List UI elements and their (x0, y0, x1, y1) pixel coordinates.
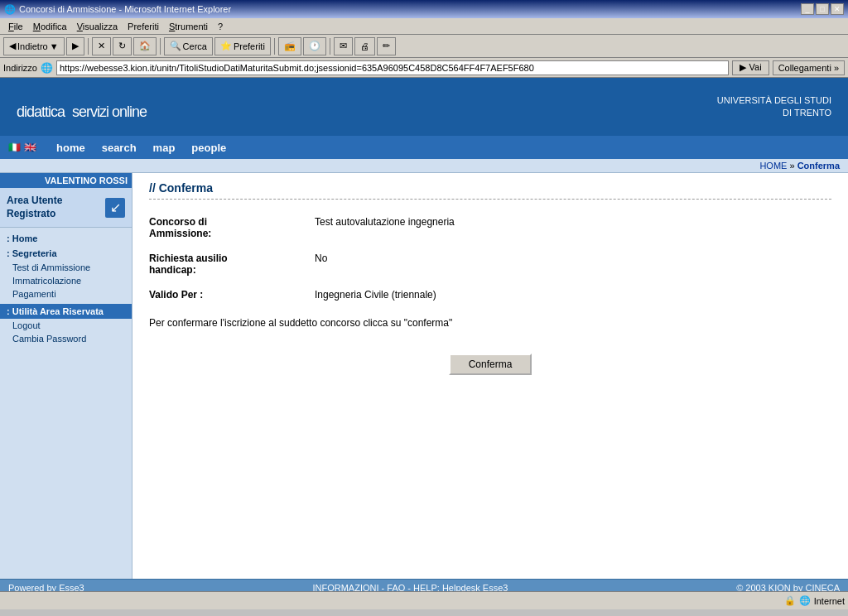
ie-logo: 🌐 (4, 4, 16, 15)
site-logo: didattica servizi online (0, 89, 147, 124)
footer-right: © 2003 KION by CINECA (736, 583, 840, 591)
label-handicap: Richiesta ausiliohandicap: (149, 253, 315, 276)
back-dropdown-icon[interactable]: ▼ (50, 41, 59, 51)
nav-people[interactable]: people (191, 142, 226, 154)
home-button[interactable]: 🏠 (133, 37, 157, 55)
separator-1 (88, 38, 89, 55)
helpdesk-link[interactable]: Helpdesk Esse3 (442, 583, 508, 591)
nav-map[interactable]: map (153, 142, 176, 154)
search-area: 🔍 Cerca (164, 37, 213, 55)
separator-4 (330, 38, 330, 55)
menu-file[interactable]: File (3, 20, 28, 33)
main-content: // Conferma Concorso diAmmissione: Test … (132, 173, 848, 579)
sidebar-item-logout[interactable]: Logout (0, 319, 132, 332)
title-bar: 🌐 Concorsi di Ammissione - Microsoft Int… (0, 0, 848, 18)
sidebar-utility-header: : Utilità Area Riservata (0, 304, 132, 319)
favorites-button[interactable]: ⭐ Preferiti (214, 37, 271, 55)
label-valido: Valido Per : (149, 289, 315, 301)
breadcrumb-separator: » (789, 161, 794, 171)
sidebar-item-immatricolazione[interactable]: Immatricolazione (0, 274, 132, 287)
menu-preferiti[interactable]: Preferiti (123, 20, 164, 33)
content-wrapper: VALENTINO ROSSI Area Utente Registrato ↙… (0, 173, 848, 579)
breadcrumb-current: Conferma (797, 161, 840, 171)
sidebar-area-text: Area Utente Registrato (7, 195, 62, 220)
flag-uk-icon[interactable]: 🇬🇧 (24, 142, 36, 153)
footer-row1: Powered by Esse3 INFORMAZIONI - FAQ - HE… (8, 583, 840, 591)
stop-button[interactable]: ✕ (92, 37, 111, 55)
site-footer: Powered by Esse3 INFORMAZIONI - FAQ - HE… (0, 579, 848, 591)
print-button[interactable]: 🖨 (354, 37, 375, 55)
sidebar-item-test[interactable]: Test di Ammissione (0, 261, 132, 274)
breadcrumb: HOME » Conferma (0, 159, 848, 173)
confirm-button[interactable]: Conferma (449, 354, 532, 375)
footer-center: INFORMAZIONI - FAQ - HELP: Helpdesk Esse… (312, 583, 508, 591)
collegamenti-button[interactable]: Collegamenti » (773, 60, 845, 75)
form-row-handicap: Richiesta ausiliohandicap: No (149, 253, 831, 276)
sidebar-item-password[interactable]: Cambia Password (0, 332, 132, 345)
sidebar-username: VALENTINO ROSSI (0, 173, 132, 188)
page-title: // Conferma (149, 181, 831, 200)
browser-content: didattica servizi online UNIVERSITÀ DEGL… (0, 78, 848, 591)
sidebar: VALENTINO ROSSI Area Utente Registrato ↙… (0, 173, 132, 579)
menu-strumenti[interactable]: Strumenti (164, 20, 213, 33)
nav-links: home search map people (56, 142, 226, 154)
value-handicap: No (315, 253, 327, 264)
maximize-button[interactable]: □ (816, 3, 829, 15)
sidebar-area-utente: Area Utente Registrato ↙ (0, 188, 132, 228)
search-button[interactable]: 🔍 Cerca (164, 37, 213, 55)
window-title: Concorsi di Ammissione - Microsoft Inter… (19, 4, 231, 14)
sidebar-item-segreteria[interactable]: : Segreteria (0, 246, 132, 261)
close-button[interactable]: ✕ (831, 3, 844, 15)
forward-icon: ▶ (72, 41, 79, 51)
menu-bar: File Modifica Visualizza Preferiti Strum… (0, 18, 848, 35)
university-name: UNIVERSITÀ DEGLI STUDIDI TRENTO (717, 94, 848, 120)
address-label: Indirizzo (3, 63, 37, 73)
logo-main: didattica (17, 103, 65, 120)
favorites-icon: ⭐ (220, 41, 232, 51)
breadcrumb-home[interactable]: HOME (759, 161, 787, 171)
site-nav: 🇮🇹 🇬🇧 home search map people (0, 136, 848, 159)
vai-button[interactable]: ▶ Vai (732, 60, 768, 75)
history-button[interactable]: 🕐 (303, 37, 326, 55)
back-button[interactable]: ◀ Indietro ▼ (3, 37, 65, 55)
menu-help[interactable]: ? (213, 20, 228, 33)
refresh-button[interactable]: ↻ (113, 37, 132, 55)
lock-icon: 🔒 (784, 595, 796, 606)
site-header: didattica servizi online UNIVERSITÀ DEGL… (0, 78, 848, 136)
toolbar: ◀ Indietro ▼ ▶ ✕ ↻ 🏠 🔍 Cerca ⭐ Preferiti… (0, 35, 848, 58)
back-icon: ◀ (9, 41, 16, 51)
footer-left: Powered by Esse3 (8, 583, 84, 591)
nav-search[interactable]: search (102, 142, 137, 154)
flag-it-icon[interactable]: 🇮🇹 (8, 142, 21, 153)
menu-visualizza[interactable]: Visualizza (72, 20, 123, 33)
address-icon: 🌐 (41, 62, 53, 74)
logo-sub: servizi online (72, 103, 147, 120)
internet-icon: 🌐 (799, 595, 811, 606)
sidebar-item-home[interactable]: : Home (0, 231, 132, 246)
zone-label: Internet (814, 596, 845, 606)
form-row-valido: Valido Per : Ingegneria Civile (triennal… (149, 289, 831, 301)
confirm-text: Per confermare l'iscrizione al suddetto … (149, 317, 831, 329)
value-concorso: Test autovalutazione ingegneria (315, 216, 455, 228)
separator-3 (274, 38, 275, 55)
address-bar: Indirizzo 🌐 ▶ Vai Collegamenti » (0, 58, 848, 78)
sidebar-navigation: : Home : Segreteria Test di Ammissione I… (0, 228, 132, 349)
separator-2 (160, 38, 161, 55)
value-valido: Ingegneria Civile (triennale) (315, 289, 436, 301)
sidebar-item-pagamenti[interactable]: Pagamenti (0, 287, 132, 301)
label-concorso: Concorso diAmmissione: (149, 216, 315, 239)
mail-button[interactable]: ✉ (334, 37, 353, 55)
edit-button[interactable]: ✏ (377, 37, 396, 55)
status-right: 🔒 🌐 Internet (784, 595, 845, 606)
form-row-concorso: Concorso diAmmissione: Test autovalutazi… (149, 216, 831, 239)
media-button[interactable]: 📻 (278, 37, 301, 55)
address-input[interactable] (56, 60, 730, 75)
forward-button[interactable]: ▶ (66, 37, 84, 55)
status-bar: 🔒 🌐 Internet (0, 591, 848, 609)
sidebar-arrow-icon: ↙ (105, 198, 125, 218)
minimize-button[interactable]: _ (801, 3, 814, 15)
search-icon: 🔍 (170, 41, 181, 51)
menu-modifica[interactable]: Modifica (28, 20, 72, 33)
vai-arrow-icon: ▶ (740, 62, 746, 72)
nav-home[interactable]: home (56, 142, 85, 154)
